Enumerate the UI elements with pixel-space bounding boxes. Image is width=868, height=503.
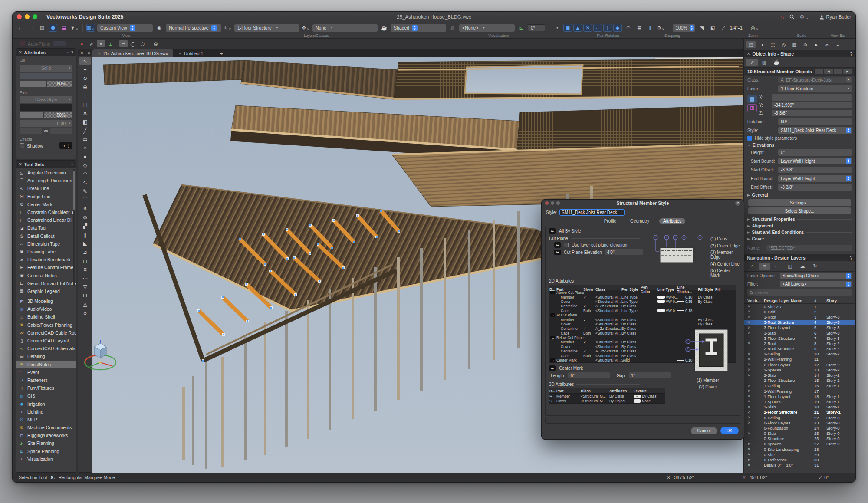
layer-visibility-icon[interactable]: ✕	[747, 442, 764, 446]
close-icon[interactable]: ✕	[19, 162, 22, 167]
triangle-tool-icon[interactable]: ▽	[79, 283, 91, 291]
menu-icon[interactable]: ≡	[66, 50, 69, 55]
line-type-swatch[interactable]	[657, 309, 665, 312]
scale-ruler-icon[interactable]: ⟋	[719, 24, 728, 32]
column-header[interactable]: Attributes	[609, 389, 634, 393]
section-cover[interactable]: ▶Cover	[744, 235, 855, 242]
column-header[interactable]: Line Type	[657, 287, 677, 292]
category-cable-power-planning[interactable]: ↯Cable/Power Planning	[16, 321, 76, 329]
layer-scale-value[interactable]: 1/4"=1'	[730, 26, 743, 30]
fill-opacity-slider[interactable]: 60% ⋮	[20, 81, 72, 87]
current-object-button[interactable]: ▪	[834, 69, 842, 74]
layer-visibility-icon[interactable]: ✕	[747, 341, 764, 345]
menu-icon[interactable]: ≡	[71, 162, 73, 167]
point-tool-icon[interactable]: ●	[79, 152, 91, 161]
category-3d-modeling[interactable]: ◩3D Modeling	[16, 297, 76, 305]
column-header[interactable]: Texture	[634, 389, 666, 393]
attributes-3d-row[interactable]: ↪Cover<Structural M...By ObjectNone	[549, 398, 665, 403]
dialog-close-button[interactable]	[545, 201, 549, 205]
layer-visibility-icon[interactable]: ✕	[747, 458, 764, 462]
menu-icon[interactable]: ≡	[845, 255, 848, 260]
marquee-lasso-icon[interactable]: ◯	[129, 40, 137, 47]
layer-visibility-icon[interactable]: ✕	[747, 325, 764, 330]
layer-visibility-icon[interactable]: ✕	[747, 421, 764, 425]
style-dropdown[interactable]: SM11_Deck Joist-Rear Deck▲▼	[778, 127, 852, 134]
category-furn-fixtures[interactable]: ▯Furn/Fixtures	[16, 384, 76, 392]
elevations-section[interactable]: ▼Elevations	[744, 141, 855, 148]
layer-visibility-icon[interactable]: ✕	[747, 394, 764, 398]
marquee-polygon-icon[interactable]: ⬡	[138, 40, 147, 47]
design-layer-row[interactable]: ✕0-Site29	[744, 452, 855, 457]
design-layer-row[interactable]: ✓1-Floor Structure21Story-1	[744, 410, 855, 415]
move-by-points-icon[interactable]: ✦	[97, 40, 105, 47]
design-layer-row[interactable]: 2-Floor Structure15Story-2	[744, 378, 855, 383]
attributes-2d-row[interactable]: Member✓<Structural M...By ClassBy Class	[549, 317, 736, 322]
by-style-button[interactable]: ↪	[554, 242, 561, 248]
design-layer-row[interactable]: ✕Details 3" = 1'0"31	[744, 463, 855, 468]
snap-distance-icon[interactable]: ∥	[603, 24, 612, 32]
zoom-tool-icon[interactable]: ⊕	[79, 83, 91, 91]
category-connectcad-schematics[interactable]: ∿ConnectCAD Schematics	[16, 345, 76, 352]
fill-style-dropdown[interactable]: Solid▾	[20, 65, 72, 72]
view-preset-icon[interactable]: ▦⌄	[86, 24, 95, 32]
design-layer-row[interactable]: 2-Roof Structure9Story-2	[744, 346, 855, 352]
camera-icon[interactable]: ◉	[155, 24, 164, 32]
cone-tool-icon[interactable]: ◬	[79, 300, 91, 308]
flyover-tool-icon[interactable]: ↻	[79, 74, 91, 82]
general-section[interactable]: ▶General	[744, 191, 855, 198]
help-icon[interactable]: ?	[71, 50, 74, 55]
layer-visibility-icon[interactable]: ✕	[747, 357, 764, 362]
category-connectcad-layout[interactable]: ▯ConnectCAD Layout	[16, 337, 76, 345]
by-style-icon[interactable]: ↪	[550, 291, 555, 294]
pen-style-dropdown[interactable]: Class Style▾	[20, 96, 72, 103]
disable-constraints-icon[interactable]: ✕	[78, 40, 86, 47]
document-tab-active[interactable]: ✕ 25_Asharoken...use_BLDG.vwx	[92, 49, 173, 57]
start-bound-dropdown[interactable]: Layer Wall Height▲▼	[778, 158, 852, 164]
render-mode-dropdown[interactable]: Shaded▲▼	[391, 24, 446, 32]
select-shape-button[interactable]: Select Shape...	[748, 207, 851, 214]
pen-weight-dropdown[interactable]: 0.00▾	[20, 120, 72, 127]
pause-snapping-icon[interactable]: ‖	[646, 24, 654, 32]
layer-visibility-icon[interactable]: ✕	[747, 405, 764, 409]
data-tag-tool[interactable]: ◪Data Tag	[16, 224, 76, 232]
shadow-by-style-toggle[interactable]: ↪ ⋮	[59, 142, 72, 149]
attributes-2d-row[interactable]: Cover<Structural M...Line TypeVW-0...0.3…	[549, 299, 736, 304]
layer-visibility-icon[interactable]: ✕	[747, 309, 764, 314]
image-icon[interactable]: ▦	[790, 41, 799, 48]
fit-to-objects-icon[interactable]: ⬕	[708, 24, 717, 32]
section-alignment[interactable]: ▶Alignment	[744, 222, 855, 229]
general-notes-tool[interactable]: ▣General Notes	[16, 271, 76, 279]
snap-grid-icon[interactable]: ▣	[563, 24, 572, 32]
smart-edge-icon[interactable]: ◠	[624, 24, 633, 32]
render-teapot-icon[interactable]: ☕	[380, 24, 388, 32]
z-field[interactable]: -3 3/8"	[772, 110, 852, 116]
pen-color-swatch[interactable]	[641, 299, 641, 304]
design-layer-row[interactable]: ✕2-Roof8Story-2	[744, 341, 855, 346]
curve-tool-icon[interactable]: ⌒	[79, 196, 91, 204]
arc-length-dimension-tool[interactable]: ⌒Arc Length Dimension	[16, 177, 76, 184]
layer-visibility-icon[interactable]: ✕	[747, 384, 764, 388]
break-line-tool[interactable]: ∿Break Line	[16, 184, 76, 192]
text-tool-icon[interactable]: T	[79, 92, 91, 100]
angle-tool-icon[interactable]: ⊿	[79, 248, 91, 256]
hatch-tool-icon[interactable]: ▞	[79, 222, 91, 230]
close-tab-icon[interactable]: ✕	[178, 51, 181, 56]
mouse-settings-icon[interactable]: ➤	[812, 41, 821, 48]
by-style-icon[interactable]: ↪	[549, 394, 552, 398]
section-start-and-end-conditions[interactable]: ▶Start and End Conditions	[744, 229, 855, 235]
dialog-tab-attributes[interactable]: Attributes	[659, 218, 685, 224]
snap-angle-icon[interactable]: ▲	[573, 24, 582, 32]
new-tab-button[interactable]: +	[220, 51, 223, 57]
layer-visibility-icon[interactable]: ✕	[747, 463, 764, 467]
section-structural-properties[interactable]: ▶Structural Properties	[744, 216, 855, 222]
by-style-icon[interactable]: ↪	[550, 336, 555, 339]
help-icon[interactable]: ?	[850, 255, 852, 260]
marquee-rect-icon[interactable]: ▭	[119, 40, 128, 47]
pan-tool-icon[interactable]: +	[79, 66, 91, 74]
pen-color-swatch[interactable]	[641, 358, 641, 363]
design-layer-row[interactable]: ✕0-Grid2	[744, 309, 855, 314]
layer-visibility-icon[interactable]: ✕	[747, 431, 764, 436]
attributes-2d-row[interactable]: Member✓<Structural M...Line TypeVW-0...0…	[549, 295, 736, 299]
design-layer-row[interactable]: ✕2-Floor Layout12Story-2	[744, 362, 855, 367]
crop-tool-icon[interactable]: ◳	[79, 100, 91, 108]
